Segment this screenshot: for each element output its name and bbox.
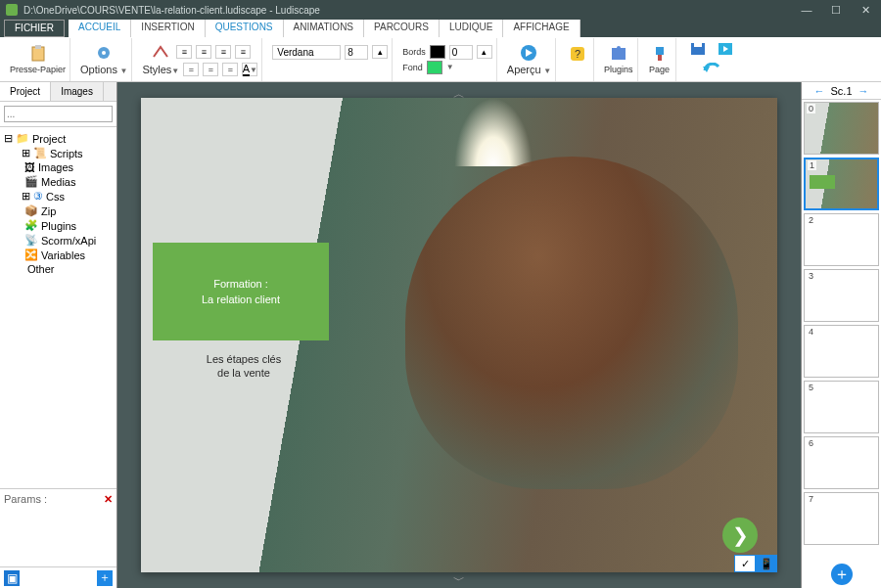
border-stepper[interactable]: ▴ [477,45,492,59]
close-button[interactable]: ✕ [856,4,875,17]
minimize-button[interactable]: — [797,4,816,17]
tree-scripts[interactable]: ⊞📜Scripts [4,146,113,160]
play-icon [517,43,540,63]
panel-tab-images[interactable]: Images [51,82,104,101]
tree-other[interactable]: Other [4,262,113,276]
gear-icon [92,43,116,63]
slide-title-box[interactable]: Formation : La relation client [153,243,329,340]
ribbon-font: Verdana 8 ▴ [268,38,393,81]
tree-zip[interactable]: 📦Zip [4,204,113,218]
slide-title-line2: La relation client [202,292,280,308]
valign-mid-button[interactable]: = [203,63,218,76]
tab-ludique[interactable]: LUDIQUE [440,20,503,37]
tab-accueil[interactable]: ACCUEIL [69,20,131,37]
brush-icon [648,44,672,64]
ribbon-options[interactable]: Options ▼ [76,38,132,81]
thumb-2[interactable]: 2 [804,213,879,266]
fill-color-swatch[interactable] [427,61,442,74]
svg-point-8 [617,46,621,50]
ribbon-plugins[interactable]: Plugins [600,38,638,81]
ribbon-page[interactable]: Page [644,38,676,81]
app-icon [6,4,18,16]
ribbon-quick [682,38,741,81]
thumb-5[interactable]: 5 [804,381,879,433]
slide-thumbnails: 0 1 2 3 4 5 6 7 [802,100,881,561]
font-family-select[interactable]: Verdana [272,45,341,60]
text-color-button[interactable]: A▼ [242,63,257,76]
tree-medias[interactable]: 🎬Medias [4,174,113,189]
thumb-3[interactable]: 3 [804,269,879,322]
panel-tab-project[interactable]: Project [0,82,51,101]
undo-icon[interactable] [700,60,723,79]
styles-icon[interactable] [149,42,172,62]
thumb-4[interactable]: 4 [804,325,879,378]
search-input[interactable] [4,106,113,122]
thumb-7[interactable]: 7 [804,492,879,545]
slides-panel: ← Sc.1 → 0 1 2 3 4 5 6 7 ＋ [801,82,881,588]
project-tree: ⊟📁Project ⊞📜Scripts 🖼Images 🎬Medias ⊞③Cs… [0,127,116,488]
ribbon-colors: Bords 0 ▴ Fond ▼ [398,38,497,81]
params-label: Params : [4,493,47,506]
tab-animations[interactable]: ANIMATIONS [284,20,364,37]
align-justify-button[interactable]: ≡ [235,45,251,59]
valign-top-button[interactable]: = [183,63,199,76]
border-width-input[interactable]: 0 [449,45,473,60]
puzzle-icon [607,44,630,64]
ribbon-help[interactable]: ? [562,38,594,81]
next-slide-button[interactable]: ❯ [722,518,758,553]
thumb-1[interactable]: 1 [804,158,879,210]
save-icon[interactable] [686,39,710,59]
panel-view-button[interactable]: ▣ [4,570,20,586]
ribbon-styles: ≡ ≡ ≡ ≡ Styles▼ = = = A▼ [138,38,262,81]
align-center-button[interactable]: ≡ [196,45,211,59]
font-size-input[interactable]: 8 [345,45,368,60]
font-size-stepper[interactable]: ▴ [372,45,388,59]
panel-add-button[interactable]: ＋ [97,570,113,586]
params-panel: Params : ✕ [0,488,116,566]
tree-images[interactable]: 🖼Images [4,160,113,174]
tab-questions[interactable]: QUESTIONS [206,20,284,37]
slide-canvas[interactable]: Formation : La relation client Les étape… [141,98,777,572]
align-right-button[interactable]: ≡ [215,45,231,59]
titlebar: D:\OneDrive\COURS\VENTE\la-relation-clie… [0,0,881,20]
params-close-button[interactable]: ✕ [104,493,113,506]
view-mobile-button[interactable]: 📱 [756,555,777,572]
menu-tabs: FICHIER ACCUEIL INSERTION QUESTIONS ANIM… [0,20,881,37]
thumb-0[interactable]: 0 [804,102,879,155]
tab-affichage[interactable]: AFFICHAGE [503,20,580,37]
tab-parcours[interactable]: PARCOURS [364,20,440,37]
border-color-swatch[interactable] [430,45,445,59]
svg-text:?: ? [575,48,580,60]
fill-dropdown[interactable]: ▼ [446,63,454,71]
add-slide-button[interactable]: ＋ [831,564,853,585]
scene-next-button[interactable]: → [858,85,869,97]
tab-insertion[interactable]: INSERTION [131,20,205,37]
align-left-button[interactable]: ≡ [176,45,192,59]
svg-rect-10 [658,55,662,61]
ribbon-clipboard[interactable]: Presse-Papier [6,38,70,81]
svg-rect-0 [32,47,44,61]
scroll-up-button[interactable]: ︿ [453,86,465,98]
thumb-6[interactable]: 6 [804,436,879,489]
clipboard-icon [26,44,50,64]
tab-file[interactable]: FICHIER [4,20,65,37]
ribbon: Presse-Papier Options ▼ ≡ ≡ ≡ ≡ Styles▼ … [0,37,881,82]
tree-css[interactable]: ⊞③Css [4,189,113,204]
ribbon-preview[interactable]: Aperçu ▼ [503,38,556,81]
tree-scorm[interactable]: 📡Scorm/xApi [4,233,113,248]
project-panel: Project Images ⊟📁Project ⊞📜Scripts 🖼Imag… [0,82,117,588]
slide-subtitle[interactable]: Les étapes clés de la vente [170,352,317,381]
svg-point-3 [102,51,106,55]
scene-prev-button[interactable]: ← [813,85,824,97]
scroll-down-button[interactable]: ﹀ [453,572,465,584]
maximize-button[interactable]: ☐ [826,4,846,17]
tree-plugins[interactable]: 🧩Plugins [4,218,113,233]
slide-lamp [454,98,533,166]
run-icon[interactable] [714,39,737,59]
svg-rect-12 [694,43,702,47]
slide-title-line1: Formation : [213,276,268,293]
tree-variables[interactable]: 🔀Variables [4,248,113,262]
tree-root[interactable]: ⊟📁Project [4,131,113,146]
view-desktop-button[interactable]: ✓ [734,555,756,572]
valign-bot-button[interactable]: = [222,63,238,76]
